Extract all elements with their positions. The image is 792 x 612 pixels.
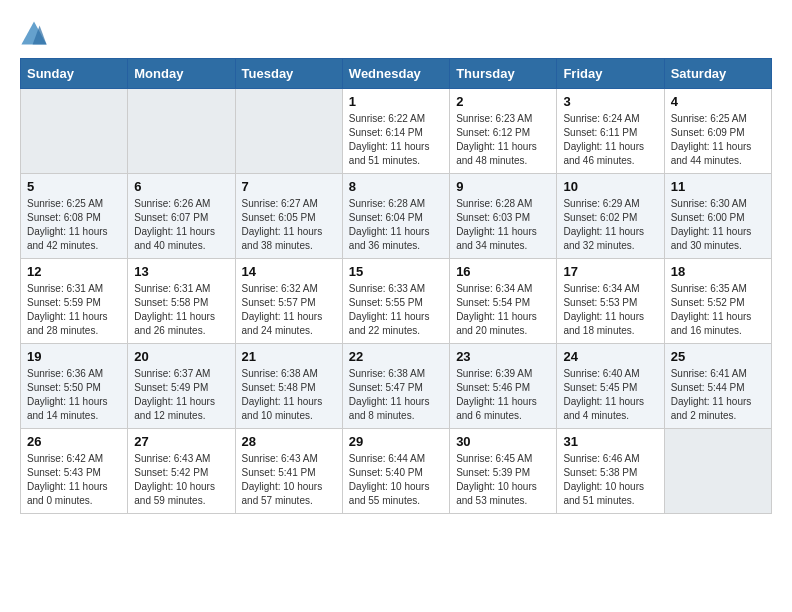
daylight-text: Daylight: 11 hours and 10 minutes. bbox=[242, 395, 336, 423]
day-number: 7 bbox=[242, 179, 336, 194]
day-info: Sunrise: 6:28 AMSunset: 6:03 PMDaylight:… bbox=[456, 197, 550, 253]
sunrise-text: Sunrise: 6:41 AM bbox=[671, 367, 765, 381]
calendar-day-cell: 16Sunrise: 6:34 AMSunset: 5:54 PMDayligh… bbox=[450, 259, 557, 344]
sunrise-text: Sunrise: 6:31 AM bbox=[27, 282, 121, 296]
calendar-day-cell: 6Sunrise: 6:26 AMSunset: 6:07 PMDaylight… bbox=[128, 174, 235, 259]
sunset-text: Sunset: 6:02 PM bbox=[563, 211, 657, 225]
daylight-text: Daylight: 11 hours and 12 minutes. bbox=[134, 395, 228, 423]
sunrise-text: Sunrise: 6:30 AM bbox=[671, 197, 765, 211]
sunset-text: Sunset: 5:43 PM bbox=[27, 466, 121, 480]
daylight-text: Daylight: 11 hours and 26 minutes. bbox=[134, 310, 228, 338]
calendar-week-row: 5Sunrise: 6:25 AMSunset: 6:08 PMDaylight… bbox=[21, 174, 772, 259]
sunset-text: Sunset: 5:46 PM bbox=[456, 381, 550, 395]
sunset-text: Sunset: 5:49 PM bbox=[134, 381, 228, 395]
calendar-body: 1Sunrise: 6:22 AMSunset: 6:14 PMDaylight… bbox=[21, 89, 772, 514]
daylight-text: Daylight: 11 hours and 38 minutes. bbox=[242, 225, 336, 253]
logo bbox=[20, 20, 52, 48]
sunset-text: Sunset: 6:05 PM bbox=[242, 211, 336, 225]
day-number: 1 bbox=[349, 94, 443, 109]
daylight-text: Daylight: 10 hours and 57 minutes. bbox=[242, 480, 336, 508]
day-number: 16 bbox=[456, 264, 550, 279]
daylight-text: Daylight: 11 hours and 28 minutes. bbox=[27, 310, 121, 338]
day-info: Sunrise: 6:22 AMSunset: 6:14 PMDaylight:… bbox=[349, 112, 443, 168]
sunrise-text: Sunrise: 6:28 AM bbox=[349, 197, 443, 211]
calendar-day-cell: 20Sunrise: 6:37 AMSunset: 5:49 PMDayligh… bbox=[128, 344, 235, 429]
day-number: 4 bbox=[671, 94, 765, 109]
daylight-text: Daylight: 10 hours and 59 minutes. bbox=[134, 480, 228, 508]
daylight-text: Daylight: 10 hours and 55 minutes. bbox=[349, 480, 443, 508]
sunset-text: Sunset: 5:59 PM bbox=[27, 296, 121, 310]
sunset-text: Sunset: 6:14 PM bbox=[349, 126, 443, 140]
day-info: Sunrise: 6:43 AMSunset: 5:41 PMDaylight:… bbox=[242, 452, 336, 508]
day-info: Sunrise: 6:37 AMSunset: 5:49 PMDaylight:… bbox=[134, 367, 228, 423]
sunset-text: Sunset: 6:03 PM bbox=[456, 211, 550, 225]
day-info: Sunrise: 6:27 AMSunset: 6:05 PMDaylight:… bbox=[242, 197, 336, 253]
calendar-week-row: 12Sunrise: 6:31 AMSunset: 5:59 PMDayligh… bbox=[21, 259, 772, 344]
sunset-text: Sunset: 6:04 PM bbox=[349, 211, 443, 225]
day-info: Sunrise: 6:34 AMSunset: 5:54 PMDaylight:… bbox=[456, 282, 550, 338]
sunrise-text: Sunrise: 6:25 AM bbox=[27, 197, 121, 211]
sunset-text: Sunset: 5:38 PM bbox=[563, 466, 657, 480]
day-number: 28 bbox=[242, 434, 336, 449]
day-number: 13 bbox=[134, 264, 228, 279]
calendar-day-cell: 12Sunrise: 6:31 AMSunset: 5:59 PMDayligh… bbox=[21, 259, 128, 344]
day-info: Sunrise: 6:39 AMSunset: 5:46 PMDaylight:… bbox=[456, 367, 550, 423]
sunset-text: Sunset: 5:48 PM bbox=[242, 381, 336, 395]
sunrise-text: Sunrise: 6:28 AM bbox=[456, 197, 550, 211]
day-number: 14 bbox=[242, 264, 336, 279]
day-info: Sunrise: 6:31 AMSunset: 5:59 PMDaylight:… bbox=[27, 282, 121, 338]
sunrise-text: Sunrise: 6:40 AM bbox=[563, 367, 657, 381]
sunset-text: Sunset: 5:44 PM bbox=[671, 381, 765, 395]
sunrise-text: Sunrise: 6:35 AM bbox=[671, 282, 765, 296]
daylight-text: Daylight: 11 hours and 42 minutes. bbox=[27, 225, 121, 253]
sunrise-text: Sunrise: 6:38 AM bbox=[242, 367, 336, 381]
sunrise-text: Sunrise: 6:43 AM bbox=[134, 452, 228, 466]
day-number: 27 bbox=[134, 434, 228, 449]
day-number: 15 bbox=[349, 264, 443, 279]
daylight-text: Daylight: 11 hours and 16 minutes. bbox=[671, 310, 765, 338]
day-number: 30 bbox=[456, 434, 550, 449]
sunset-text: Sunset: 5:55 PM bbox=[349, 296, 443, 310]
day-number: 25 bbox=[671, 349, 765, 364]
weekday-header-cell: Thursday bbox=[450, 59, 557, 89]
day-number: 29 bbox=[349, 434, 443, 449]
daylight-text: Daylight: 11 hours and 4 minutes. bbox=[563, 395, 657, 423]
daylight-text: Daylight: 11 hours and 24 minutes. bbox=[242, 310, 336, 338]
day-info: Sunrise: 6:25 AMSunset: 6:09 PMDaylight:… bbox=[671, 112, 765, 168]
day-info: Sunrise: 6:28 AMSunset: 6:04 PMDaylight:… bbox=[349, 197, 443, 253]
calendar-day-cell: 3Sunrise: 6:24 AMSunset: 6:11 PMDaylight… bbox=[557, 89, 664, 174]
day-number: 6 bbox=[134, 179, 228, 194]
calendar-day-cell: 5Sunrise: 6:25 AMSunset: 6:08 PMDaylight… bbox=[21, 174, 128, 259]
weekday-header-cell: Friday bbox=[557, 59, 664, 89]
daylight-text: Daylight: 11 hours and 40 minutes. bbox=[134, 225, 228, 253]
daylight-text: Daylight: 11 hours and 32 minutes. bbox=[563, 225, 657, 253]
weekday-header-cell: Tuesday bbox=[235, 59, 342, 89]
sunrise-text: Sunrise: 6:36 AM bbox=[27, 367, 121, 381]
sunrise-text: Sunrise: 6:25 AM bbox=[671, 112, 765, 126]
sunrise-text: Sunrise: 6:39 AM bbox=[456, 367, 550, 381]
day-number: 8 bbox=[349, 179, 443, 194]
day-number: 10 bbox=[563, 179, 657, 194]
day-info: Sunrise: 6:34 AMSunset: 5:53 PMDaylight:… bbox=[563, 282, 657, 338]
calendar-day-cell bbox=[664, 429, 771, 514]
day-info: Sunrise: 6:32 AMSunset: 5:57 PMDaylight:… bbox=[242, 282, 336, 338]
daylight-text: Daylight: 11 hours and 44 minutes. bbox=[671, 140, 765, 168]
day-info: Sunrise: 6:26 AMSunset: 6:07 PMDaylight:… bbox=[134, 197, 228, 253]
calendar-week-row: 19Sunrise: 6:36 AMSunset: 5:50 PMDayligh… bbox=[21, 344, 772, 429]
calendar-day-cell bbox=[235, 89, 342, 174]
calendar-day-cell: 10Sunrise: 6:29 AMSunset: 6:02 PMDayligh… bbox=[557, 174, 664, 259]
sunrise-text: Sunrise: 6:23 AM bbox=[456, 112, 550, 126]
day-number: 3 bbox=[563, 94, 657, 109]
calendar-day-cell: 14Sunrise: 6:32 AMSunset: 5:57 PMDayligh… bbox=[235, 259, 342, 344]
daylight-text: Daylight: 11 hours and 51 minutes. bbox=[349, 140, 443, 168]
calendar-day-cell: 23Sunrise: 6:39 AMSunset: 5:46 PMDayligh… bbox=[450, 344, 557, 429]
logo-icon bbox=[20, 20, 48, 48]
daylight-text: Daylight: 11 hours and 20 minutes. bbox=[456, 310, 550, 338]
sunrise-text: Sunrise: 6:43 AM bbox=[242, 452, 336, 466]
sunset-text: Sunset: 6:08 PM bbox=[27, 211, 121, 225]
day-number: 2 bbox=[456, 94, 550, 109]
calendar-day-cell: 1Sunrise: 6:22 AMSunset: 6:14 PMDaylight… bbox=[342, 89, 449, 174]
calendar-day-cell: 28Sunrise: 6:43 AMSunset: 5:41 PMDayligh… bbox=[235, 429, 342, 514]
sunrise-text: Sunrise: 6:22 AM bbox=[349, 112, 443, 126]
sunset-text: Sunset: 5:40 PM bbox=[349, 466, 443, 480]
